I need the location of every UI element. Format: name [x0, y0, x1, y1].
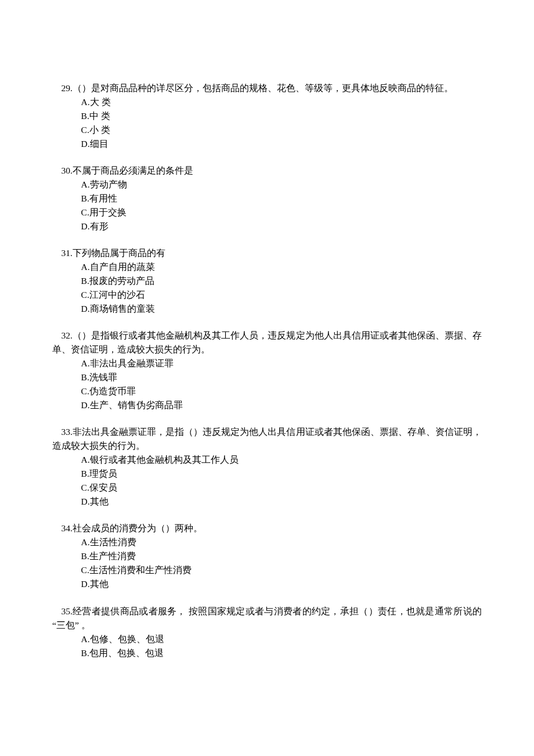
question-text: 经营者提供商品或者服务， 按照国家规定或者与消费者的约定，承担（）责任，也就是通…: [52, 606, 482, 630]
option-a: A.生活性消费: [81, 535, 482, 549]
option-b: B.理货员: [81, 467, 482, 481]
question-options: A.生活性消费 B.生产性消费 C.生活性消费和生产性消费 D.其他: [52, 535, 482, 591]
question-33: 33.非法出具金融票证罪，是指（）违反规定为他人出具信用证或者其他保函、票据、存…: [52, 425, 482, 509]
option-d: D.细目: [81, 137, 482, 151]
question-options: A.劳动产物 B.有用性 C.用于交换 D.有形: [52, 178, 482, 233]
question-32: 32.（）是指银行或者其他金融机构及其工作人员，违反规定为他人出具信用证或者其他…: [52, 329, 482, 412]
option-d: D.有形: [81, 219, 482, 233]
question-text: （）是指银行或者其他金融机构及其工作人员，违反规定为他人出具信用证或者其他保函、…: [52, 330, 482, 354]
option-a: A.大 类: [81, 95, 482, 109]
option-d: D.商场销售的童装: [81, 302, 482, 316]
question-stem: 29.（）是对商品品种的详尽区分，包括商品的规格、花色、等级等，更具体地反映商品…: [52, 81, 482, 95]
option-d: D.生产、销售伪劣商品罪: [81, 398, 482, 412]
question-number: 31.: [62, 248, 73, 258]
question-text: 下列物品属于商品的有: [73, 248, 165, 258]
question-number: 35.: [62, 606, 73, 616]
question-number: 29.: [62, 83, 73, 93]
question-number: 34.: [62, 523, 73, 533]
document-page: 29.（）是对商品品种的详尽区分，包括商品的规格、花色、等级等，更具体地反映商品…: [0, 0, 534, 756]
option-c: C.用于交换: [81, 206, 482, 219]
option-b: B.生产性消费: [81, 549, 482, 563]
option-d: D.其他: [81, 577, 482, 591]
question-29: 29.（）是对商品品种的详尽区分，包括商品的规格、花色、等级等，更具体地反映商品…: [52, 81, 482, 151]
option-c: C.江河中的沙石: [81, 288, 482, 302]
question-stem: 32.（）是指银行或者其他金融机构及其工作人员，违反规定为他人出具信用证或者其他…: [52, 329, 482, 357]
question-options: A.自产自用的蔬菜 B.报废的劳动产品 C.江河中的沙石 D.商场销售的童装: [52, 260, 482, 316]
option-b: B.洗钱罪: [81, 370, 482, 384]
question-options: A.包修、包换、包退 B.包用、包换、包退: [52, 632, 482, 660]
question-stem: 31.下列物品属于商品的有: [52, 246, 482, 260]
option-a: A.自产自用的蔬菜: [81, 260, 482, 274]
question-35: 35.经营者提供商品或者服务， 按照国家规定或者与消费者的约定，承担（）责任，也…: [52, 604, 482, 660]
question-34: 34.社会成员的消费分为（）两种。 A.生活性消费 B.生产性消费 C.生活性消…: [52, 521, 482, 591]
question-number: 30.: [62, 165, 73, 175]
question-30: 30.不属于商品必须满足的条件是 A.劳动产物 B.有用性 C.用于交换 D.有…: [52, 164, 482, 233]
option-d: D.其他: [81, 495, 482, 509]
option-c: C.小 类: [81, 123, 482, 137]
option-c: C.生活性消费和生产性消费: [81, 563, 482, 577]
option-b: B.中 类: [81, 109, 482, 123]
option-c: C.伪造货币罪: [81, 384, 482, 398]
question-text: 不属于商品必须满足的条件是: [73, 165, 193, 175]
question-text: （）是对商品品种的详尽区分，包括商品的规格、花色、等级等，更具体地反映商品的特征…: [73, 83, 453, 93]
question-number: 32.: [62, 330, 73, 340]
question-31: 31.下列物品属于商品的有 A.自产自用的蔬菜 B.报废的劳动产品 C.江河中的…: [52, 246, 482, 316]
option-b: B.有用性: [81, 192, 482, 206]
option-a: A.银行或者其他金融机构及其工作人员: [81, 453, 482, 467]
question-text: 社会成员的消费分为（）两种。: [73, 523, 203, 533]
option-a: A.包修、包换、包退: [81, 632, 482, 646]
question-stem: 30.不属于商品必须满足的条件是: [52, 164, 482, 178]
question-number: 33.: [62, 427, 73, 437]
question-stem: 33.非法出具金融票证罪，是指（）违反规定为他人出具信用证或者其他保函、票据、存…: [52, 425, 482, 453]
option-a: A.劳动产物: [81, 178, 482, 192]
question-stem: 34.社会成员的消费分为（）两种。: [52, 521, 482, 535]
question-text: 非法出具金融票证罪，是指（）违反规定为他人出具信用证或者其他保函、票据、存单、资…: [52, 427, 482, 451]
option-b: B.包用、包换、包退: [81, 646, 482, 660]
option-c: C.保安员: [81, 481, 482, 495]
question-options: A.银行或者其他金融机构及其工作人员 B.理货员 C.保安员 D.其他: [52, 453, 482, 509]
option-b: B.报废的劳动产品: [81, 274, 482, 288]
question-options: A.非法出具金融票证罪 B.洗钱罪 C.伪造货币罪 D.生产、销售伪劣商品罪: [52, 357, 482, 412]
question-options: A.大 类 B.中 类 C.小 类 D.细目: [52, 95, 482, 151]
option-a: A.非法出具金融票证罪: [81, 357, 482, 370]
question-stem: 35.经营者提供商品或者服务， 按照国家规定或者与消费者的约定，承担（）责任，也…: [52, 604, 482, 632]
